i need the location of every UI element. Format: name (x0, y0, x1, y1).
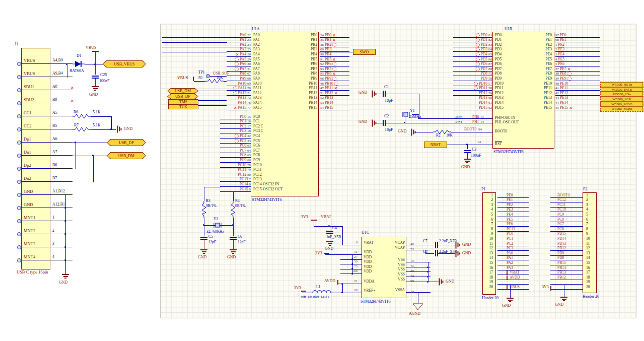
pin-row[interactable]: 95 PB8 (320, 72, 349, 77)
net-label[interactable]: PD8 (557, 256, 564, 260)
pin-row[interactable]: PD10 57 (453, 81, 492, 86)
pin-row[interactable]: PA8 67 (227, 72, 251, 77)
r6-value[interactable]: 5.1K (93, 110, 101, 115)
pin-number-row[interactable]: 19 (483, 280, 494, 285)
pin-row[interactable]: 46 PB10 (320, 81, 349, 86)
pin-row[interactable]: 36 PB2 (320, 42, 349, 47)
pin-number-row[interactable]: 3 (483, 202, 494, 208)
pin-row[interactable]: PD12 59 (453, 91, 492, 96)
r2-designator[interactable]: R2 (436, 133, 441, 138)
pin-row[interactable]: PD9 56 (453, 76, 492, 81)
net-label[interactable]: PD0 (481, 33, 487, 37)
pin-row[interactable]: PA5 29 (227, 57, 251, 62)
pin-row[interactable]: 6 (340, 240, 362, 245)
c4-value[interactable]: 1uF_X5R (326, 235, 341, 240)
pin-row[interactable]: PD14 (550, 236, 583, 241)
u1a-part-number[interactable]: STM32H743VIT6 (252, 197, 282, 202)
net-label[interactable]: PE10 (560, 82, 568, 86)
pin-row[interactable]: 20 (340, 288, 362, 293)
pin-number-row[interactable]: 17 (584, 270, 594, 276)
net-label[interactable]: PC0 (507, 232, 513, 236)
pin-number-row[interactable]: 2 (483, 198, 494, 203)
3v3-power-label[interactable]: 3V3 (294, 286, 301, 291)
net-label[interactable]: PD11 (479, 86, 487, 90)
r2-value[interactable]: 10K (446, 133, 453, 138)
pin-number-row[interactable]: 18 (584, 275, 594, 280)
pin-row[interactable]: 53 PB14 (320, 100, 349, 105)
net-label[interactable]: PB0 (325, 33, 331, 37)
pin-row[interactable]: 43 PE13 (555, 96, 600, 101)
net-label[interactable]: PE2 (507, 203, 513, 207)
pin-number-row[interactable]: 6 (483, 217, 494, 222)
net-label[interactable]: PD10 (479, 82, 487, 86)
pin-number-row[interactable]: 1 (483, 193, 494, 198)
net-label[interactable]: PA8 (240, 72, 246, 76)
net-label[interactable]: PE15 (560, 106, 568, 110)
l1-value[interactable]: HH-1M1608-121JT (301, 294, 329, 299)
net-label[interactable]: PC0 (240, 115, 246, 119)
net-label[interactable]: PC13 (240, 177, 248, 181)
pin-row[interactable]: 90 PB4 (320, 52, 349, 57)
net-label[interactable]: PC5 (240, 139, 246, 143)
pin-row[interactable]: PC11 79 (220, 168, 251, 173)
pin-row[interactable]: 47 PB11 (320, 86, 349, 91)
r3-value[interactable]: 0R/1% (206, 203, 217, 209)
net-label[interactable]: PA11 (238, 86, 246, 90)
net-label[interactable]: PE3 (558, 47, 565, 51)
usb-dp-port[interactable]: USB_DP (107, 139, 146, 146)
y1-value[interactable]: 25MHz (409, 114, 421, 119)
pin-row[interactable]: 91 PB5 (320, 57, 349, 62)
net-label[interactable]: PD5 (481, 57, 487, 61)
pin-row[interactable]: PC4 32 (220, 133, 251, 139)
u1b-part-number[interactable]: STM32H743VIT6 (493, 150, 524, 155)
r7-designator[interactable]: R7 (74, 123, 79, 128)
p2-designator[interactable]: P2 (583, 187, 587, 192)
swo-port[interactable]: SWO (353, 49, 376, 55)
pin-number-row[interactable]: 8 (584, 227, 594, 232)
pin-pad[interactable] (17, 219, 21, 223)
pin-row[interactable]: PC7 64 (220, 148, 251, 153)
pin-row[interactable]: PA7 31 (227, 66, 251, 72)
net-label[interactable]: PD12 (479, 91, 487, 95)
vbat-net-label[interactable]: VBAT (321, 215, 331, 220)
net-label[interactable]: PD15 (557, 232, 566, 236)
capacitor-symbol[interactable] (464, 149, 471, 153)
3v3-power-label[interactable]: 3V3 (542, 285, 549, 290)
pin-pad[interactable] (17, 141, 21, 145)
net-label[interactable]: PA5 (240, 57, 246, 61)
pin-number-row[interactable]: 15 (584, 260, 594, 265)
w5500-port[interactable]: W5500_MOSI (601, 106, 643, 111)
u1c-part-number[interactable]: STM32H743VIT6 (361, 299, 391, 304)
net-label[interactable]: PE5 (507, 218, 513, 222)
pin-row[interactable]: 35 PB1 (320, 38, 349, 43)
capacitor-symbol[interactable] (92, 75, 99, 79)
net-label[interactable]: PE1 (560, 38, 566, 42)
net-label[interactable]: PB12 (325, 91, 333, 95)
pin-number-row[interactable]: 20 (584, 285, 594, 290)
net-label[interactable]: PD15 (479, 106, 487, 110)
pin-row[interactable]: PC10 78 (220, 163, 251, 168)
j1-pin-row[interactable]: GND A1,B12 (17, 188, 84, 201)
net-label[interactable]: PA7 (240, 67, 246, 71)
pin-number-row[interactable]: 14 (584, 256, 594, 261)
c7-value[interactable]: 2.2uF_X7R (439, 239, 457, 244)
pin-row[interactable]: PD13 (550, 241, 583, 246)
pin-row[interactable]: PD3 84 (453, 47, 492, 52)
net-label[interactable]: PE4 (507, 213, 513, 217)
pin-row[interactable]: PC2 17 (220, 124, 251, 129)
pin-number-row[interactable]: 3 (584, 202, 594, 208)
w5500-port[interactable]: W5500_RSTn (601, 82, 643, 87)
u1a-designator[interactable]: U1A (252, 27, 260, 32)
pin-row[interactable]: PC6 63 (220, 144, 251, 149)
nrst-port[interactable]: NRST (424, 142, 447, 148)
pin-row[interactable]: PB12 (550, 275, 583, 280)
pin-pad[interactable] (17, 101, 21, 105)
pin-row[interactable]: PC13 7 (220, 177, 251, 182)
pin-row[interactable]: PD1 82 (453, 38, 492, 43)
pin-row[interactable]: PC1 (497, 236, 529, 241)
pin-row[interactable] (550, 285, 583, 290)
pin-row[interactable]: PA15 77 (227, 105, 251, 110)
pin-row[interactable]: PC9 66 (220, 158, 251, 163)
net-label[interactable]: PC1 (507, 237, 513, 241)
j1-pin-row[interactable]: SBU2 B8 (17, 97, 84, 110)
